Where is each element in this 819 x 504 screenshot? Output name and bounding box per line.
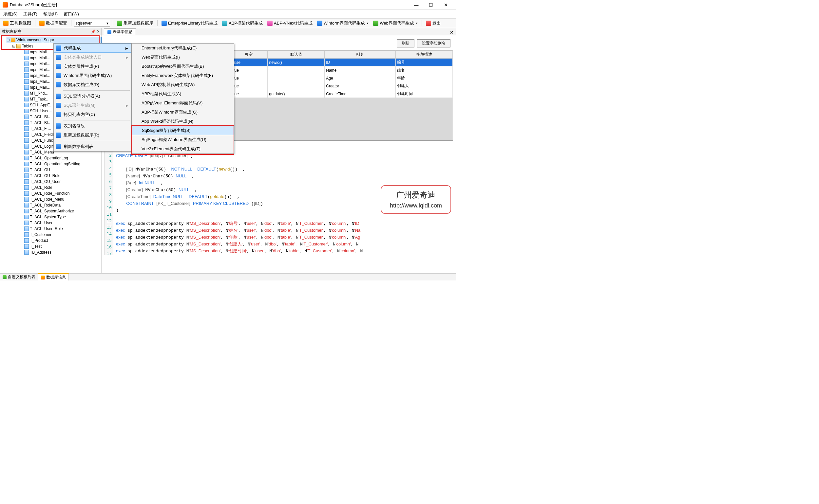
ctx-item[interactable]: Winform界面代码生成(W) [54, 71, 131, 80]
tree-table-node[interactable]: TB_Address [20, 249, 101, 255]
pin-icon[interactable]: 📌 ✕ [91, 29, 100, 34]
tree-table-node[interactable]: T_ACL_Role_Function [20, 190, 101, 196]
tree-table-node[interactable]: T_Product [20, 238, 101, 243]
tb-abp[interactable]: ABP框架代码生成 [221, 20, 264, 27]
menu-system[interactable]: 系统(S) [3, 11, 17, 17]
set-alias-button[interactable]: 设置字段别名 [417, 39, 450, 47]
menu-tools[interactable]: 工具(T) [23, 11, 37, 17]
refresh-icon [117, 21, 122, 26]
tree-table-node[interactable]: T_Customer [20, 232, 101, 238]
db-provider-combo[interactable]: sqlserver▾ [74, 20, 110, 27]
tb-winform[interactable]: Winform界面代码生成▾ [316, 20, 370, 27]
tb-db-config[interactable]: 数据库配置 [38, 20, 68, 27]
ctx-sub-item[interactable]: ABP框架代码生成(A) [132, 89, 234, 99]
table-icon [24, 62, 29, 66]
toolbar: 工具栏视图 数据库配置 sqlserver▾ 重新加载数据库 Enterpris… [0, 18, 456, 28]
table-icon [24, 179, 29, 184]
chevron-down-icon: ▾ [106, 21, 108, 26]
ctx-item[interactable]: 重新加载数据库(R) [54, 131, 131, 140]
ctx-sub-item[interactable]: Bootstrap的Web界面代码生成(B) [132, 62, 234, 71]
ctx-item[interactable]: SQL语句生成(M)▶ [54, 101, 131, 110]
table-icon [24, 250, 29, 255]
table-icon [24, 232, 29, 237]
tree-table-node[interactable]: T_ACL_OU_User [20, 179, 101, 185]
tree-table-node[interactable]: T_ACL_User [20, 220, 101, 226]
watermark-title: 广州爱奇迪 [390, 190, 442, 200]
folder-icon [16, 44, 21, 48]
tb-reload-db[interactable]: 重新加载数据库 [116, 20, 155, 27]
table-icon [24, 156, 29, 160]
tab-templates[interactable]: 自定义模板列表 [0, 274, 38, 280]
tree-table-node[interactable]: T_ACL_User_Role [20, 226, 101, 232]
tree-table-node[interactable]: T_ACL_RoleData [20, 202, 101, 208]
ctx-item[interactable]: 表别名修改 [54, 121, 131, 131]
tree-table-node[interactable]: T_ACL_Role_Menu [20, 196, 101, 202]
context-submenu[interactable]: EnterpriseLibrary代码生成(E)Web界面代码生成(I)Boot… [131, 43, 234, 154]
tree-table-node[interactable]: T_ACL_OperationLogSetting [20, 161, 101, 167]
watermark-url: http://www.iqidi.com [390, 202, 442, 209]
tree-db-node[interactable]: ⊟Winframework_Sugar [6, 37, 101, 43]
code-icon [222, 21, 228, 26]
ctx-sub-item[interactable]: SqlSugar框架Winform界面生成(U) [132, 135, 234, 144]
minimize-button[interactable]: — [409, 0, 424, 9]
globe-icon [373, 21, 378, 26]
grid-icon [107, 30, 111, 34]
tree-table-node[interactable]: T_ACL_OU_Role [20, 173, 101, 179]
titlebar: Database2Sharp[已注册] — ☐ ✕ [0, 0, 456, 10]
tree-table-node[interactable]: T_ACL_OU [20, 167, 101, 173]
tree-table-node[interactable]: T_ACL_Role [20, 185, 101, 190]
ctx-item[interactable]: 数据库文档生成(D) [54, 80, 131, 89]
menu-window[interactable]: 窗口(W) [64, 11, 79, 17]
table-icon [24, 91, 29, 96]
code-icon [161, 21, 167, 26]
ctx-sub-item[interactable]: EnterpriseLibrary代码生成(E) [132, 44, 234, 53]
ctx-item[interactable]: 代码生成▶ [54, 44, 131, 53]
tb-toolbar-view[interactable]: 工具栏视图 [2, 20, 32, 27]
table-icon [24, 173, 29, 178]
table-icon [24, 215, 29, 219]
tb-abp-vnext[interactable]: ABP-VNext代码生成 [266, 20, 314, 27]
ctx-item[interactable]: 拷贝列表内容(C) [54, 110, 131, 119]
watermark: 广州爱奇迪 http://www.iqidi.com [381, 185, 451, 214]
tb-web[interactable]: Web界面代码生成▾ [372, 20, 419, 27]
table-icon [24, 115, 29, 119]
tab-close-icon[interactable]: ✕ [448, 30, 456, 35]
ctx-sub-item[interactable]: Abp VNext框架代码生成(N) [132, 117, 234, 126]
ctx-sub-item[interactable]: Web界面代码生成(I) [132, 53, 234, 62]
table-icon [24, 109, 29, 113]
table-icon [24, 50, 29, 54]
maximize-button[interactable]: ☐ [424, 0, 438, 9]
ctx-sub-item[interactable]: Web API控制器代码生成(W) [132, 80, 234, 89]
ctx-sub-item[interactable]: EntityFramework实体框架代码生成(F) [132, 71, 234, 80]
close-button[interactable]: ✕ [438, 0, 453, 9]
tb-enterpriselib[interactable]: EnterpriseLibrary代码生成 [160, 20, 219, 27]
pane-header: 数据库信息 📌 ✕ [0, 28, 101, 35]
ctx-item[interactable]: 刷新数据库列表 [54, 142, 131, 151]
refresh-button[interactable]: 刷新 [397, 39, 414, 47]
ctx-item[interactable]: 实体类属性生成(P) [54, 62, 131, 71]
chevron-down-icon: ▾ [416, 22, 418, 25]
tab-db-info[interactable]: 数据库信息 [38, 273, 69, 280]
table-icon [24, 85, 29, 90]
tb-exit[interactable]: 退出 [425, 20, 442, 27]
table-icon [24, 238, 29, 243]
bottom-tabs: 自定义模板列表 数据库信息 [0, 273, 456, 280]
menu-icon [56, 144, 61, 149]
menu-icon [56, 103, 61, 108]
tree-table-node[interactable]: T_ACL_SystemAuthorize [20, 208, 101, 214]
tree-table-node[interactable]: T_ACL_SystemType [20, 214, 101, 220]
menu-icon [56, 64, 61, 69]
tab-table-info[interactable]: 表基本信息 [104, 28, 136, 35]
table-icon [24, 244, 29, 249]
app-title: Database2Sharp[已注册] [10, 2, 57, 8]
context-menu[interactable]: 代码生成▶实体类生成快速入口▶实体类属性生成(P)Winform界面代码生成(W… [53, 43, 131, 152]
tree-table-node[interactable]: T_Test [20, 243, 101, 249]
tree-table-node[interactable]: T_ACL_OperationLog [20, 155, 101, 161]
ctx-item[interactable]: SQL 查询分析器(A) [54, 92, 131, 101]
ctx-sub-item[interactable]: ABP的Vue+Element界面代码(V) [132, 99, 234, 108]
ctx-sub-item[interactable]: Vue3+Element界面代码生成(T) [132, 144, 234, 153]
ctx-item[interactable]: 实体类生成快速入口▶ [54, 53, 131, 62]
menu-help[interactable]: 帮助(H) [43, 11, 58, 17]
ctx-sub-item[interactable]: ABP框架Winform界面生成(G) [132, 108, 234, 117]
ctx-sub-item[interactable]: SqlSugar框架代码生成(S) [132, 126, 234, 135]
